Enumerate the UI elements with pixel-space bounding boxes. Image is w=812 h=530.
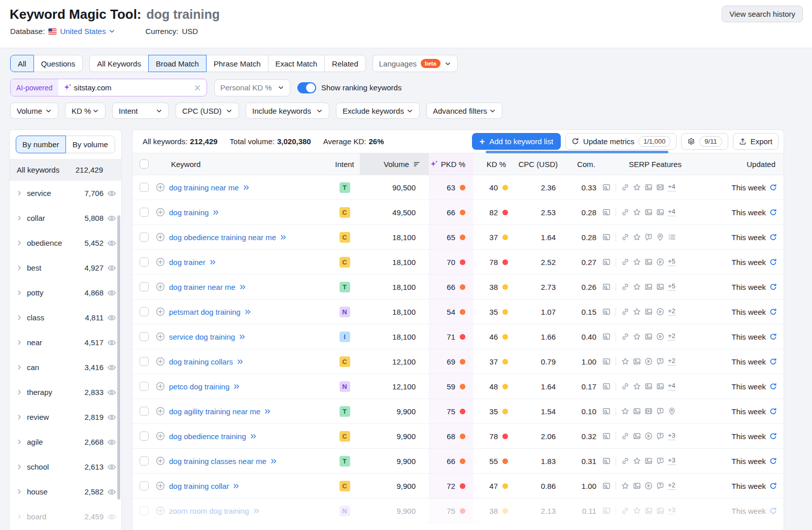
row-checkbox[interactable] — [140, 257, 149, 267]
chevron-right-icon[interactable] — [16, 513, 23, 520]
search-input[interactable] — [74, 83, 188, 92]
keyword-link[interactable]: service dog training — [169, 333, 235, 341]
expand-keyword-icon[interactable] — [233, 483, 240, 489]
keyword-link[interactable]: zoom room dog training — [169, 507, 249, 515]
serp-play-icon[interactable] — [656, 333, 664, 341]
serp-star-icon[interactable] — [633, 457, 641, 465]
eye-icon[interactable] — [107, 462, 116, 472]
serp-star-icon[interactable] — [633, 308, 641, 316]
expand-keyword-icon[interactable] — [270, 458, 277, 465]
keyword-link[interactable]: petsmart dog training — [169, 308, 241, 316]
serp-image-icon[interactable] — [633, 432, 641, 440]
serp-star-icon[interactable] — [621, 482, 629, 490]
serp-preview-icon[interactable] — [602, 357, 611, 366]
serp-star-icon[interactable] — [633, 333, 641, 341]
serp-image-icon[interactable] — [645, 457, 653, 465]
serp-preview-icon[interactable] — [602, 183, 611, 191]
serp-video-icon[interactable] — [645, 407, 653, 415]
serp-image-icon[interactable] — [645, 208, 653, 216]
serp-image-icon[interactable] — [645, 507, 653, 515]
filter-cpc-usd-[interactable]: CPC (USD) — [176, 103, 239, 119]
eye-icon[interactable] — [107, 487, 116, 496]
serp-comment-icon[interactable] — [656, 432, 664, 440]
keyword-link[interactable]: dog agility training near me — [169, 407, 260, 416]
clear-search-icon[interactable] — [194, 84, 201, 91]
sidebar-scrollbar[interactable] — [117, 215, 120, 500]
expand-keyword-icon[interactable] — [264, 408, 271, 415]
refresh-row-icon[interactable] — [769, 433, 777, 440]
col-pkd[interactable]: PKD % — [429, 153, 473, 175]
chevron-right-icon[interactable] — [16, 264, 23, 271]
serp-video-icon[interactable] — [656, 183, 664, 191]
expand-keyword-icon[interactable] — [280, 234, 287, 241]
serp-preview-icon[interactable] — [602, 382, 611, 390]
serp-image-icon[interactable] — [656, 283, 664, 291]
chevron-right-icon[interactable] — [16, 389, 23, 395]
add-keyword-icon[interactable] — [156, 282, 165, 291]
col-volume[interactable]: Volume — [360, 153, 429, 175]
chevron-right-icon[interactable] — [16, 190, 23, 196]
serp-link-icon[interactable] — [621, 233, 629, 241]
keyword-link[interactable]: dog obedience training — [169, 432, 246, 441]
serp-star-icon[interactable] — [633, 382, 641, 390]
eye-icon[interactable] — [107, 413, 116, 422]
search-box[interactable]: AI-powered — [10, 79, 207, 96]
serp-image-icon[interactable] — [645, 308, 653, 316]
col-updated[interactable]: Updated — [712, 153, 784, 175]
serp-preview-icon[interactable] — [602, 208, 611, 216]
tab-exact-match[interactable]: Exact Match — [268, 55, 325, 72]
select-all-checkbox[interactable] — [140, 159, 149, 169]
serp-comment-icon[interactable] — [656, 482, 664, 490]
serp-preview-icon[interactable] — [602, 308, 611, 316]
serp-preview-icon[interactable] — [602, 457, 611, 465]
eye-icon[interactable] — [107, 263, 116, 273]
row-checkbox[interactable] — [140, 357, 149, 366]
add-keyword-icon[interactable] — [156, 456, 165, 466]
serp-comment-icon[interactable] — [645, 233, 653, 241]
refresh-row-icon[interactable] — [769, 234, 777, 241]
show-ranking-toggle[interactable] — [297, 82, 316, 93]
refresh-row-icon[interactable] — [769, 308, 777, 316]
serp-play-icon[interactable] — [656, 308, 664, 316]
serp-link-icon[interactable] — [621, 283, 629, 291]
eye-icon[interactable] — [107, 214, 116, 223]
col-kd[interactable]: KD % — [473, 153, 518, 175]
expand-keyword-icon[interactable] — [240, 284, 246, 290]
add-keyword-icon[interactable] — [156, 407, 165, 416]
export-button[interactable]: Export — [733, 133, 779, 150]
serp-extra-count[interactable]: +4 — [668, 382, 675, 390]
serp-link-icon[interactable] — [621, 382, 629, 390]
refresh-row-icon[interactable] — [769, 358, 777, 366]
col-serp-features[interactable]: SERP Features — [598, 153, 712, 175]
tab-questions[interactable]: Questions — [33, 55, 83, 72]
serp-image-icon[interactable] — [656, 208, 664, 216]
add-keyword-icon[interactable] — [156, 382, 165, 391]
sidebar-group-item[interactable]: agile 2,668 — [10, 429, 121, 454]
refresh-row-icon[interactable] — [769, 383, 777, 390]
serp-star-icon[interactable] — [633, 507, 641, 515]
keyword-link[interactable]: dog training collars — [169, 357, 233, 366]
tab-phrase-match[interactable]: Phrase Match — [206, 55, 268, 72]
add-keyword-icon[interactable] — [156, 208, 165, 217]
serp-star-icon[interactable] — [633, 283, 641, 291]
table-hscrollbar[interactable] — [486, 151, 668, 153]
serp-link-icon[interactable] — [621, 183, 629, 191]
eye-icon[interactable] — [107, 438, 116, 447]
expand-keyword-icon[interactable] — [213, 209, 219, 216]
serp-image-icon[interactable] — [645, 382, 653, 390]
sidebar-group-item[interactable]: house 2,582 — [10, 479, 121, 504]
keyword-link[interactable]: dog training collar — [169, 482, 229, 490]
chevron-right-icon[interactable] — [16, 314, 23, 321]
refresh-row-icon[interactable] — [769, 482, 777, 490]
row-checkbox[interactable] — [140, 456, 149, 466]
serp-star-icon[interactable] — [633, 233, 641, 241]
personal-kd-dropdown[interactable]: Personal KD % — [214, 79, 290, 96]
serp-play-icon[interactable] — [645, 432, 653, 440]
serp-extra-count[interactable]: +5 — [668, 283, 675, 291]
sidebar-group-item[interactable]: can 3,416 — [10, 355, 121, 380]
serp-link-icon[interactable] — [621, 258, 629, 266]
add-to-keyword-list-button[interactable]: + Add to keyword list — [472, 133, 561, 150]
eye-icon[interactable] — [107, 363, 116, 372]
sidebar-group-item[interactable]: collar 5,808 — [10, 206, 121, 230]
serp-location-icon[interactable] — [668, 407, 676, 415]
